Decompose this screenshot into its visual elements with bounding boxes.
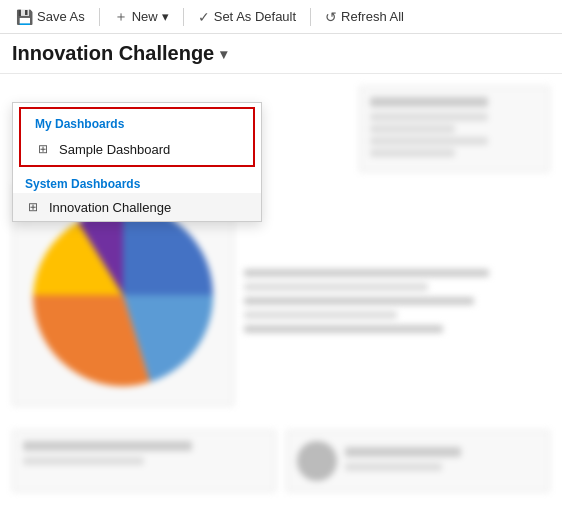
sample-dashboard-item[interactable]: ⊞ Sample Dashboard	[23, 135, 251, 163]
grid-icon-2: ⊞	[25, 199, 41, 215]
my-dashboards-label[interactable]: My Dashboards	[23, 111, 251, 135]
top-right-card	[359, 86, 550, 172]
divider-2	[183, 8, 184, 26]
page-header: Innovation Challenge ▾ My Dashboards ⊞ S…	[0, 34, 562, 74]
sample-dashboard-label: Sample Dashboard	[59, 142, 170, 157]
refresh-icon: ↺	[325, 9, 337, 25]
chart-legend	[244, 184, 550, 418]
save-icon: 💾	[16, 9, 33, 25]
refresh-all-button[interactable]: ↺ Refresh All	[317, 5, 412, 29]
system-dashboards-header[interactable]: System Dashboards	[13, 171, 261, 193]
card-title-bar	[370, 97, 488, 107]
bottom-right-card	[286, 430, 550, 492]
bottom-card-title	[23, 441, 192, 451]
avatar	[297, 441, 337, 481]
bottom-left-card	[12, 430, 276, 492]
my-dashboards-section: My Dashboards ⊞ Sample Dashboard	[19, 107, 255, 167]
legend-2	[244, 283, 428, 291]
bottom-card-line	[23, 457, 144, 465]
new-button[interactable]: ＋ New ▾	[106, 4, 177, 30]
chevron-down-icon: ▾	[220, 46, 227, 62]
page-title: Innovation Challenge	[12, 42, 214, 65]
check-icon: ✓	[198, 9, 210, 25]
card-sub-line	[345, 463, 442, 471]
innovation-challenge-item[interactable]: ⊞ Innovation Challenge	[13, 193, 261, 221]
legend-1	[244, 269, 489, 277]
legend-3	[244, 297, 474, 305]
divider-3	[310, 8, 311, 26]
grid-icon: ⊞	[35, 141, 51, 157]
card-name-line	[345, 447, 461, 457]
refresh-all-label: Refresh All	[341, 9, 404, 24]
save-as-label: Save As	[37, 9, 85, 24]
legend-4	[244, 311, 397, 319]
card-line-2	[370, 125, 454, 133]
save-as-button[interactable]: 💾 Save As	[8, 5, 93, 29]
bottom-right-card-inner	[297, 441, 539, 481]
dashboard-title-button[interactable]: Innovation Challenge ▾	[12, 42, 227, 65]
card-line-4	[370, 149, 454, 157]
legend-5	[244, 325, 443, 333]
new-arrow: ▾	[162, 9, 169, 24]
set-default-button[interactable]: ✓ Set As Default	[190, 5, 304, 29]
toolbar: 💾 Save As ＋ New ▾ ✓ Set As Default ↺ Ref…	[0, 0, 562, 34]
innovation-challenge-label: Innovation Challenge	[49, 200, 171, 215]
card-line-3	[370, 137, 488, 145]
bottom-cards-row	[12, 430, 550, 492]
divider-1	[99, 8, 100, 26]
card-text-area	[345, 447, 539, 475]
card-line-1	[370, 113, 488, 121]
set-default-label: Set As Default	[214, 9, 296, 24]
pie-chart-svg	[23, 195, 223, 395]
dashboard-dropdown: My Dashboards ⊞ Sample Dashboard System …	[12, 102, 262, 222]
new-label: New	[132, 9, 158, 24]
plus-icon: ＋	[114, 8, 128, 26]
